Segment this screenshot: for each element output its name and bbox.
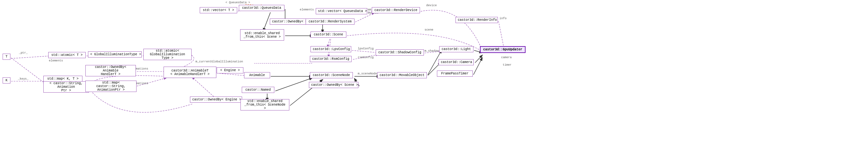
node-castor-ownedby-engine-bottom: castor::OwnedBy< Engine > [190, 96, 242, 103]
label-timer: timer [503, 64, 512, 67]
label-keys: _keys_ [18, 77, 28, 81]
node-std-atomic-T: std::atomic< T > [48, 52, 86, 58]
label-ptr: _ptr_ [19, 51, 28, 54]
node-castor-ownedby-scene: castor::OwnedBy< Scene > [309, 82, 359, 88]
node-castor3d-scene: castor3d::Scene [311, 32, 346, 38]
node-std-vector-queuesdata: std::vector< QueuesData > [316, 8, 367, 14]
node-std-vector-T: std::vector< T > [200, 7, 237, 13]
node-std-enable-shared-scene: std::enable_shared_from_this< Scene > [240, 29, 284, 41]
svg-line-10 [275, 78, 312, 91]
node-framepasstimer: FramePassTimer [437, 71, 473, 77]
node-animable: Animable [244, 72, 270, 78]
node-K: K [3, 77, 10, 84]
node-castor3d-queuesdata: castor3d::QueuesData [239, 5, 284, 11]
node-castor-named: castor::Named [242, 87, 274, 93]
node-castor-string-animation-ptr: < castor::String, AnimationPtr > [43, 81, 89, 93]
node-castor3d-scenenode: castor3d::SceneNode [310, 72, 353, 78]
label-m-shadows: m_shadows [425, 49, 440, 53]
node-castor3d-rsmconfig: castor3d::RsmConfig [310, 56, 351, 62]
svg-line-8 [217, 73, 246, 76]
svg-line-0 [11, 56, 51, 58]
node-castor3d-renderdevice: castor3d::RenderDevice [372, 7, 420, 13]
node-castor3d-lpvconfig: castor3d::LpvConfig [311, 46, 351, 52]
svg-line-16 [475, 55, 482, 63]
svg-line-21 [263, 12, 271, 31]
label-elements1: elements [49, 59, 63, 62]
svg-line-17 [473, 58, 482, 75]
node-std-enable-shared-scenenode: std::enable_shared_from_this< SceneNode … [241, 99, 289, 111]
label-scene: scene [425, 28, 433, 32]
svg-line-28 [352, 50, 378, 53]
node-castor3d-camera: castor3d::Camera [439, 59, 474, 65]
label-m-scenenode: m_sceneNode [358, 72, 377, 75]
label-queuesdata: < QueuesData > [225, 1, 250, 4]
label-camera: camera [501, 56, 512, 59]
node-castor-ownedby-animable: castor::OwnedBy< AnimableHandlerT > [85, 65, 136, 76]
node-castor3d-shadowconfig: castor3d::ShadowConfig [376, 49, 424, 55]
node-castor3d-animableT: castor3d::AnimableT< AnimableHandlerT > [163, 67, 216, 78]
node-T: T [3, 54, 10, 60]
node-global-illumination-type: < GlobalIlluminationType > [88, 51, 142, 57]
label-device: device [426, 4, 437, 7]
node-std-atomic-global: std::atomic< GlobalIlluminationType > [143, 49, 192, 60]
node-castor3d-gpuupdater: castor3d::GpuUpdater [480, 46, 526, 53]
label-info: info [499, 17, 507, 20]
node-castor3d-renderinfo: castor3d::RenderInfo [456, 17, 498, 23]
node-castor3d-rendersystem: castor3d::RenderSystem [306, 18, 354, 25]
label-elements2: elements [300, 8, 314, 11]
diagram-container: T K std::atomic< T > std::map< K, T > < … [0, 0, 868, 168]
label-rsmconfig: rsmConfig [358, 56, 374, 59]
label-m-current-global: m_currentGlobalIllumination [195, 60, 243, 64]
node-engine-label: < Engine > [217, 67, 243, 74]
node-castor3d-movableobject: castor3d::MovableObject [377, 72, 427, 78]
node-castor3d-light: castor3d::Light [439, 46, 473, 52]
node-std-map-castor-string: std::map< castor::String,AnimationPtr > [85, 81, 136, 92]
label-lpvconfig: lpvConfig [358, 47, 374, 50]
